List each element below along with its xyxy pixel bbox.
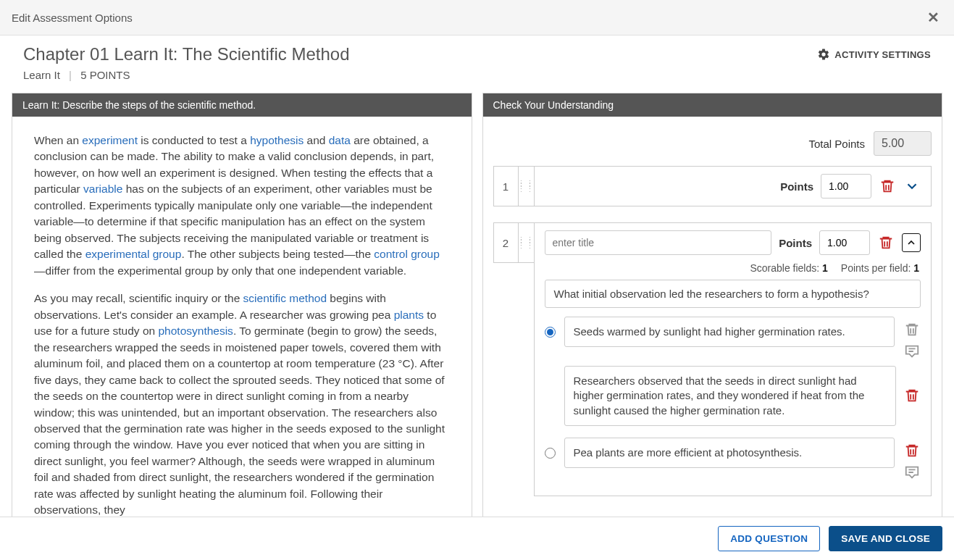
- answer-feedback-row: Researchers observed that the seeds in d…: [564, 366, 921, 426]
- separator: |: [69, 69, 72, 81]
- link-control-group[interactable]: control group: [374, 248, 439, 260]
- answer-text[interactable]: Seeds warmed by sunlight had higher germ…: [564, 317, 895, 347]
- points-label: 5 POINTS: [80, 69, 130, 81]
- paragraph-2: As you may recall, scientific inquiry or…: [34, 291, 450, 517]
- points-input[interactable]: [821, 174, 871, 198]
- check-understanding-panel: Check Your Understanding Total Points 5.…: [482, 93, 943, 517]
- question-number: 2: [493, 222, 518, 263]
- points-input[interactable]: [819, 230, 870, 255]
- delete-question-button[interactable]: [879, 177, 896, 195]
- modal-title: Edit Assessment Options: [12, 12, 133, 24]
- topbar: Edit Assessment Options ✕: [0, 0, 954, 35]
- delete-feedback-button[interactable]: [903, 387, 921, 404]
- scorable-info: Scorable fields: 1 Points per field: 1: [545, 255, 921, 280]
- total-points-row: Total Points 5.00: [493, 127, 932, 166]
- link-experiment[interactable]: experiment: [82, 134, 138, 146]
- comment-button[interactable]: [903, 343, 921, 360]
- total-points-label: Total Points: [808, 138, 865, 150]
- link-data[interactable]: data: [329, 134, 351, 146]
- question-2: 2 ⋮⋮⋮⋮⋮⋮ Points: [493, 222, 932, 496]
- drag-handle[interactable]: ⋮⋮⋮⋮⋮⋮: [518, 222, 534, 263]
- question-1: 1 ⋮⋮⋮⋮⋮⋮ Points: [493, 166, 932, 206]
- save-close-button[interactable]: SAVE AND CLOSE: [829, 526, 942, 551]
- answer-option-1: Seeds warmed by sunlight had higher germ…: [545, 317, 921, 360]
- total-points-value: 5.00: [874, 131, 932, 156]
- link-experimental-group[interactable]: experimental group: [85, 248, 182, 260]
- answer-radio[interactable]: [545, 327, 556, 338]
- add-question-button[interactable]: ADD QUESTION: [718, 526, 820, 551]
- link-variable[interactable]: variable: [83, 183, 122, 195]
- link-scientific-method[interactable]: scientific method: [243, 292, 327, 304]
- cyu-heading: Check Your Understanding: [483, 93, 942, 117]
- delete-option-button[interactable]: [903, 442, 921, 459]
- scroll-area[interactable]: Chapter 01 Learn It: The Scientific Meth…: [0, 35, 954, 517]
- points-label: Points: [779, 237, 812, 249]
- link-photosynthesis[interactable]: photosynthesis: [158, 325, 233, 337]
- points-label: Points: [780, 180, 813, 193]
- learn-it-heading: Learn It: Describe the steps of the scie…: [12, 93, 472, 117]
- question-title-input[interactable]: [545, 230, 772, 255]
- gear-icon: [817, 48, 830, 61]
- comment-button[interactable]: [903, 464, 921, 481]
- answer-option-2: Pea plants are more efficient at photosy…: [545, 438, 921, 481]
- sub-header: Learn It | 5 POINTS: [23, 64, 942, 87]
- link-plants[interactable]: plants: [394, 309, 424, 321]
- delete-question-button[interactable]: [877, 234, 895, 251]
- paragraph-1: When an experiment is conducted to test …: [34, 133, 450, 279]
- delete-option-button[interactable]: [903, 321, 921, 338]
- question-prompt[interactable]: What initial observation led the researc…: [545, 280, 921, 308]
- activity-settings-label: ACTIVITY SETTINGS: [834, 49, 931, 60]
- chapter-header: Chapter 01 Learn It: The Scientific Meth…: [0, 35, 954, 93]
- question-number: 1: [493, 166, 518, 206]
- chapter-title: Chapter 01 Learn It: The Scientific Meth…: [23, 44, 349, 64]
- drag-handle[interactable]: ⋮⋮⋮⋮⋮⋮: [518, 166, 534, 206]
- drag-handle-icon: ⋮⋮⋮⋮⋮⋮: [517, 238, 535, 247]
- drag-handle-icon: ⋮⋮⋮⋮⋮⋮: [517, 182, 535, 191]
- expand-button[interactable]: [903, 177, 921, 195]
- learn-it-label: Learn It: [23, 69, 60, 81]
- learn-it-panel: Learn It: Describe the steps of the scie…: [12, 93, 472, 517]
- answer-feedback[interactable]: Researchers observed that the seeds in d…: [564, 366, 897, 426]
- learn-it-body: When an experiment is conducted to test …: [12, 117, 472, 517]
- activity-settings-button[interactable]: ACTIVITY SETTINGS: [817, 48, 942, 61]
- footer: ADD QUESTION SAVE AND CLOSE: [0, 517, 954, 560]
- collapse-button[interactable]: [902, 233, 921, 252]
- answer-text[interactable]: Pea plants are more efficient at photosy…: [564, 438, 895, 468]
- link-hypothesis[interactable]: hypothesis: [250, 134, 304, 146]
- close-button[interactable]: ✕: [923, 7, 944, 28]
- answer-radio[interactable]: [545, 448, 556, 459]
